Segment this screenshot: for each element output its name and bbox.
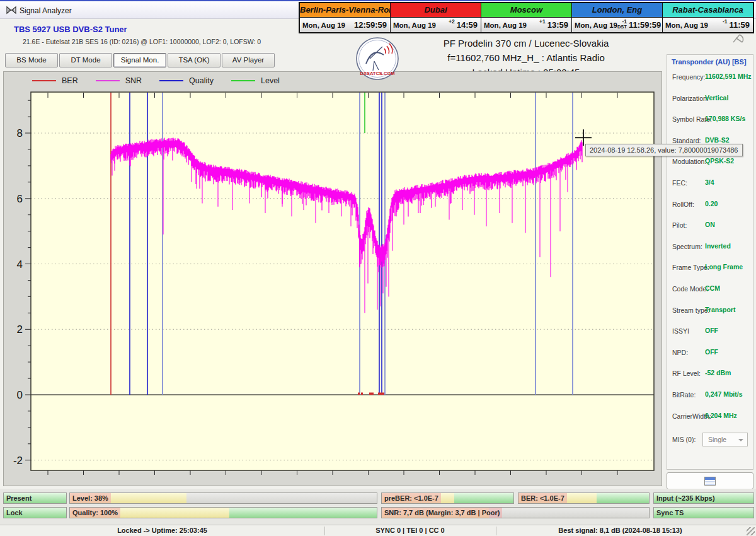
transponder-row-value: 0.20 (705, 200, 718, 207)
transponder-row-value: CCM (705, 284, 720, 292)
transponder-row: RF Level:-52 dBm (667, 368, 754, 380)
clock-dubai: Dubai Mon, Aug 19 +2 14:59 (390, 3, 481, 32)
svg-text:8: 8 (17, 127, 23, 139)
transponder-row: Pilot:ON (667, 219, 754, 232)
transponder-row: Code Mode:CCM (667, 283, 754, 296)
clock-london: London, Eng Mon, Aug 19 -1DST 11:59:59 (571, 3, 662, 32)
transponder-row-label: Standard: (672, 137, 701, 144)
mis-row: MIS (0): Single (667, 432, 754, 448)
window-title: Signal Analyzer (20, 6, 72, 15)
clock-date: Mon, Aug 19 (575, 21, 617, 29)
statusbar-sync: SYNC 0 | TEI 0 | CC 0 (324, 525, 496, 536)
transponder-row: BitRate:0,247 Mbit/s (667, 389, 754, 402)
transponder-row-label: RollOff: (672, 201, 694, 208)
transponder-row-value: Inverted (705, 242, 731, 250)
transponder-row-value: -52 dBm (705, 369, 731, 376)
transponder-row: Modulation:QPSK-S2 (667, 156, 754, 168)
transponder-list-button[interactable] (667, 472, 753, 489)
clock-city: Rabat-Casablanca (663, 3, 753, 18)
transponder-row-label: Pilot: (672, 221, 687, 229)
transponder-row-label: Polarization: (672, 95, 709, 102)
clock-city: Berlin-Paris-Vienna-Roma (300, 3, 390, 18)
transponder-row-value: 0,204 MHz (705, 412, 737, 419)
svg-text:-2: -2 (13, 455, 23, 467)
chart-tooltip: 2024-08-19 12.58.26, value: 7,8000001907… (585, 144, 743, 156)
clock-city: London, Eng (572, 3, 662, 18)
transponder-row: CarrierWidth:0,204 MHz (667, 411, 754, 423)
transponder-row-value: 11602,591 MHz (705, 73, 752, 80)
transponder-row: FEC:3/4 (667, 177, 754, 190)
transponder-row-label: Code Mode: (672, 285, 708, 293)
transponder-row: ISSYIOFF (667, 325, 754, 338)
mis-label: MIS (0): (672, 436, 696, 443)
clock-time: 14:59 (457, 20, 478, 30)
transponder-row: Stream type:Transport (667, 305, 754, 317)
clock-time: 11:59 (729, 20, 750, 30)
transponder-title: Transponder (AU) [BS] (672, 58, 747, 66)
clock-moscow: Moscow Mon, Aug 19 +1 13:59 (481, 3, 571, 32)
clock-date: Mon, Aug 19 (665, 21, 708, 29)
clock-time: 12:59:59 (354, 20, 387, 30)
clock-rabat: Rabat-Casablanca Mon, Aug 19 -1 11:59 (662, 3, 753, 32)
tab-dt-mode[interactable]: DT Mode (59, 53, 112, 67)
mis-dropdown[interactable]: Single (702, 433, 748, 446)
preber-indicator: preBER: <1.0E-7 (381, 492, 514, 504)
mis-selected-value: Single (708, 436, 726, 443)
transponder-row-label: Frame Type: (672, 264, 709, 271)
chevron-down-icon (738, 439, 743, 441)
transponder-row-value: Long Frame (705, 263, 743, 271)
transponder-row: RollOff:0.20 (667, 199, 754, 211)
clock-date: Mon, Aug 19 (484, 21, 527, 29)
transponder-row-label: Stream type: (672, 306, 710, 314)
transponder-row-value: QPSK-S2 (705, 157, 734, 165)
signal-monitor-panel: BER SNR Quality Level 86420-2 (3, 71, 662, 486)
transponder-row-value: Vertical (705, 94, 728, 102)
clock-city: Moscow (481, 3, 571, 18)
snr-indicator: SNR: 7,7 dB (Margin: 3,7 dB | Poor) (381, 507, 650, 518)
statusbar-uptime: Locked -> Uptime: 25:03:45 (0, 525, 324, 536)
clock-date: Mon, Aug 19 (393, 21, 436, 29)
transponder-row-value: DVB-S2 (705, 136, 730, 144)
syncts-indicator: Sync TS (653, 507, 754, 518)
ber-indicator: BER: <1.0E-7 (518, 492, 650, 504)
dxsatcs-logo: DXSATCS.COM (355, 36, 400, 81)
site-line-dish: PF Prodelin 370 cm / Lucenec-Slovakia (384, 36, 668, 50)
quality-indicator: Quality: 100% (69, 507, 377, 518)
clock-city: Dubai (391, 3, 481, 18)
input-indicator: Input (~235 Kbps) (653, 492, 754, 504)
level-indicator: Level: 38% (69, 492, 377, 504)
statusbar-best-signal: Best signal: 8,1 dB (2024-08-18 15:13) (496, 525, 745, 536)
logo-text: DXSATCS.COM (360, 71, 395, 76)
transponder-row-label: Spectrum: (672, 243, 702, 250)
transponder-row-value: OFF (705, 348, 718, 356)
transponder-row-label: FEC: (672, 179, 687, 187)
present-indicator: Present (3, 492, 67, 504)
transponder-row-label: BitRate: (672, 391, 696, 399)
resize-grip[interactable] (747, 527, 755, 535)
transponder-row: NPD:OFF (667, 347, 754, 359)
tab-bs-mode[interactable]: BS Mode (5, 53, 58, 67)
transponder-row-value: 0,247 Mbit/s (705, 390, 743, 398)
tab-tsa[interactable]: TSA (OK) (168, 53, 220, 67)
transponder-row-value: 170,988 KS/s (705, 115, 745, 122)
transponder-row: Symbol Rate:170,988 KS/s (667, 114, 754, 126)
signal-chart[interactable]: 86420-2 (4, 72, 663, 487)
clock-berlin: Berlin-Paris-Vienna-Roma Mon, Aug 19 12:… (300, 3, 390, 32)
transponder-row-label: Modulation: (672, 158, 706, 165)
svg-text:0: 0 (17, 389, 23, 401)
tuner-subtitle: 21.6E - Eutelsat 21B SES 16 (ID: 0216) @… (23, 38, 261, 45)
svg-text:6: 6 (17, 193, 23, 205)
clock-time: 11:59:59 (629, 20, 661, 30)
transponder-row-label: RF Level: (672, 370, 701, 377)
transponder-row: Polarization:Vertical (667, 93, 754, 105)
tab-signal-mon[interactable]: Signal Mon. (113, 53, 166, 67)
clock-time: 13:59 (547, 20, 568, 30)
transponder-row-label: ISSYI (672, 327, 689, 335)
transponder-row-value: Transport (705, 306, 735, 313)
tab-av-player[interactable]: AV Player (222, 53, 275, 67)
status-bar: Locked -> Uptime: 25:03:45 SYNC 0 | TEI … (0, 525, 756, 536)
transponder-row-value: ON (705, 221, 715, 228)
svg-text:2: 2 (17, 323, 23, 335)
transponder-row-label: NPD: (672, 349, 688, 356)
transponder-panel: Transponder (AU) [BS] Frequency:11602,59… (667, 54, 753, 470)
